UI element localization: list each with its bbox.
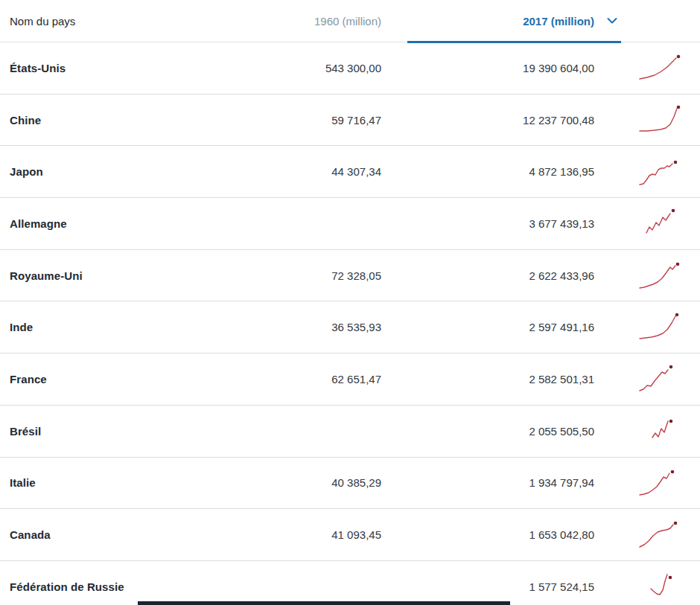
country-name: Fédération de Russie [0,580,201,593]
country-name: Chine [0,114,201,127]
value-1960: 44 307,34 [331,165,381,178]
value-2017: 2 582 501,31 [529,373,594,385]
trend-sparkline [637,311,684,344]
table-row[interactable]: Canada 41 093,45 1 653 042,80 [0,509,700,561]
country-name: Royaume-Uni [0,269,201,282]
table-row[interactable]: Allemagne 3 677 439,13 [0,198,700,250]
value-1960: 62 651,47 [331,373,381,385]
value-2017: 1 934 797,94 [529,476,594,489]
active-column-underline [407,41,621,43]
value-2017: 1 577 524,15 [529,580,594,593]
table-row[interactable]: États-Unis 543 300,00 19 390 604,00 [0,42,700,95]
country-name: États-Unis [0,62,201,74]
column-header-country[interactable]: Nom du pays [0,15,201,28]
bottom-bar [138,601,510,605]
value-2017: 2 055 505,50 [529,425,594,438]
table-body: États-Unis 543 300,00 19 390 604,00 Chin… [0,42,700,605]
value-2017: 12 237 700,48 [523,114,594,127]
value-1960: 543 300,00 [325,62,381,74]
trend-sparkline [637,414,684,447]
value-1960: 41 093,45 [331,528,381,541]
table-row[interactable]: Fédération de Russie 1 577 524,15 [0,561,700,605]
trend-sparkline [637,467,684,499]
table-row[interactable]: France 62 651,47 2 582 501,31 [0,353,700,406]
trend-sparkline [637,51,684,84]
value-2017: 2 622 433,96 [529,269,594,282]
country-name: Italie [0,476,201,489]
table-row[interactable]: Japon 44 307,34 4 872 136,95 [0,146,700,198]
value-1960: 40 385,29 [331,476,381,489]
trend-sparkline [637,156,684,188]
country-name: Allemagne [0,217,201,230]
table-row[interactable]: Italie 40 385,29 1 934 797,94 [0,458,700,510]
column-header-2017[interactable]: 2017 (million) [523,15,594,28]
column-header-1960[interactable]: 1960 (million) [314,15,381,28]
value-2017: 3 677 439,13 [529,217,594,230]
trend-sparkline [637,362,684,395]
table-header: Nom du pays 1960 (million) 2017 (million… [0,0,700,42]
value-2017: 1 653 042,80 [529,528,594,541]
country-name: Brésil [0,425,201,438]
value-2017: 19 390 604,00 [523,62,594,74]
value-1960: 59 716,47 [331,114,381,127]
trend-sparkline [637,259,684,292]
trend-sparkline [637,103,684,136]
trend-sparkline [637,207,684,240]
country-name: Japon [0,165,201,178]
country-name: Canada [0,528,201,541]
table-row[interactable]: Brésil 2 055 505,50 [0,406,700,458]
table-row[interactable]: Chine 59 716,47 12 237 700,48 [0,95,700,147]
value-1960: 72 328,05 [331,269,381,282]
value-2017: 4 872 136,95 [529,165,594,178]
trend-sparkline [637,570,684,603]
value-1960: 36 535,93 [331,321,381,333]
value-2017: 2 597 491,16 [529,321,594,333]
table-row[interactable]: Inde 36 535,93 2 597 491,16 [0,301,700,353]
country-data-table: Nom du pays 1960 (million) 2017 (million… [0,0,700,605]
country-name: France [0,373,201,385]
trend-sparkline [637,519,684,551]
country-name: Inde [0,321,201,333]
table-row[interactable]: Royaume-Uni 72 328,05 2 622 433,96 [0,250,700,302]
sort-chevron-down-icon[interactable] [607,17,617,25]
